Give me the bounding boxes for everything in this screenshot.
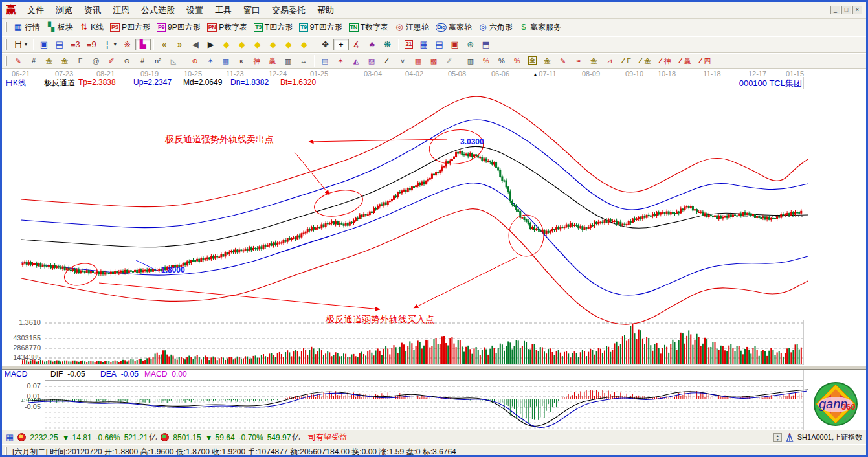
menu-item[interactable]: 资讯 — [78, 3, 107, 17]
menu-item[interactable]: 工具 — [209, 3, 238, 17]
menu-item[interactable]: 交易委托 — [266, 3, 311, 17]
candle-style-button[interactable]: ¦▾ — [100, 39, 120, 50]
notepad-button[interactable]: ▤ — [432, 39, 447, 50]
shenzhen-market-icon[interactable] — [161, 433, 169, 441]
pane-separator[interactable] — [2, 365, 866, 370]
ladder-button[interactable]: ▤ — [317, 55, 333, 67]
pattern-button[interactable]: ※ — [120, 39, 135, 50]
jump-end-button[interactable]: » — [172, 39, 188, 50]
jump-start-button[interactable]: « — [157, 39, 172, 50]
pen-k-button[interactable]: ✎ — [555, 55, 571, 67]
angle-four-button[interactable]: ∠四 — [695, 55, 715, 67]
news-ticker[interactable]: 司有望受益 — [308, 432, 347, 443]
menu-item[interactable]: 浏览 — [50, 3, 78, 17]
percent-line-button[interactable]: % — [478, 55, 494, 67]
period-day-button[interactable]: 日▾ — [10, 39, 30, 50]
quotes-grid-icon[interactable]: ▦ — [6, 432, 14, 442]
spiral-button[interactable]: @ — [88, 55, 104, 67]
kline-button[interactable]: ⇅K线 — [76, 21, 107, 34]
winner-service-button[interactable]: $赢家服务 — [516, 21, 564, 34]
p-square-button[interactable]: PSP四方形 — [107, 21, 153, 34]
j-angle-button[interactable]: ⊿ — [602, 55, 618, 67]
web-grid-button[interactable]: ▦ — [218, 55, 234, 67]
calendar-button[interactable]: 21 — [401, 39, 416, 50]
menu-item[interactable]: 公式选股 — [135, 3, 181, 17]
bars-3-button[interactable]: ≡3 — [67, 39, 83, 50]
red-grid-axis-button[interactable]: ▩ — [426, 55, 441, 67]
menu-item[interactable]: 帮助 — [311, 3, 340, 17]
gold-fence-2-button[interactable]: 金 — [57, 55, 72, 67]
angle-tool-button[interactable]: ∡ — [349, 39, 364, 50]
pattern-tool-button[interactable]: ❋ — [380, 39, 395, 50]
percent-level-button[interactable]: % — [509, 55, 525, 67]
menu-item[interactable]: 设置 — [181, 3, 209, 17]
shanghai-market-icon[interactable] — [17, 433, 26, 441]
diamond-all-button[interactable]: ◆ — [296, 39, 312, 50]
crosshair-button[interactable]: + — [333, 39, 349, 50]
world-clock-button[interactable]: ⊛ — [463, 39, 478, 50]
gold-level-button[interactable]: 金 — [540, 55, 555, 67]
grid-k-button[interactable]: ▨ — [364, 55, 379, 67]
step-back-button[interactable]: ◀ — [188, 39, 203, 50]
hexagon-button[interactable]: ◎六角形 — [475, 21, 516, 34]
angle-f-button[interactable]: ∠F — [618, 55, 635, 67]
feed-spinner[interactable]: ▲▼ — [773, 433, 782, 442]
menu-item[interactable]: 窗口 — [238, 3, 266, 17]
pen-button[interactable]: ✎ — [10, 55, 26, 67]
num-ladder-button[interactable]: ▥ — [463, 55, 478, 67]
angle-ying-button[interactable]: ∠赢 — [674, 55, 695, 67]
step-forward-button[interactable]: ▶ — [203, 39, 219, 50]
bars-9-button[interactable]: ≡9 — [83, 39, 100, 50]
ray-fan-button[interactable]: ✶ — [333, 55, 348, 67]
p9-square-button[interactable]: P99P四方形 — [153, 21, 204, 34]
n-square-button[interactable]: n² — [150, 55, 166, 67]
k-mark-button[interactable]: ĸ — [234, 55, 249, 67]
chart-window-button[interactable]: ▣ — [36, 39, 52, 50]
gold-level-2-button[interactable]: 金 — [586, 55, 602, 67]
fence-2-button[interactable]: # — [135, 55, 150, 67]
menu-item[interactable]: 文件 — [21, 3, 50, 17]
menu-item[interactable]: 江恩 — [107, 3, 135, 17]
restore-button[interactable]: □ — [841, 6, 851, 14]
angle-ruler-button[interactable]: ◺ — [166, 55, 181, 67]
target-circle-button[interactable]: ⊕ — [187, 55, 203, 67]
tri-web-button[interactable]: ◭ — [348, 55, 364, 67]
tree-tool-button[interactable]: ♣ — [364, 39, 380, 50]
volume-profile-button[interactable]: ▙ — [135, 39, 151, 50]
calculator-button[interactable]: ▦ — [416, 39, 432, 50]
gann-circle-button[interactable]: ⊙ — [119, 55, 135, 67]
t-square-button[interactable]: T3T四方形 — [250, 21, 296, 34]
chart-canvas[interactable] — [2, 69, 868, 430]
wave-line-button[interactable]: ≈ — [571, 55, 586, 67]
diamond-right-button[interactable]: ◆ — [234, 39, 250, 50]
save-button[interactable]: ▣ — [447, 39, 463, 50]
printer-button[interactable]: ⬒ — [478, 39, 494, 50]
ying-fence-button[interactable]: 赢 — [265, 55, 280, 67]
shen-fence-button[interactable]: 神 — [249, 55, 265, 67]
diamond-expand-button[interactable]: ◆ — [250, 39, 265, 50]
pan-hand-button[interactable]: ✥ — [318, 39, 333, 50]
close-button[interactable]: × — [852, 6, 862, 14]
quotes-button[interactable]: ▦行情 — [10, 21, 43, 34]
number-fence-button[interactable]: ▥ — [280, 55, 296, 67]
pen-fence-button[interactable]: ✐ — [104, 55, 119, 67]
f-fence-button[interactable]: F — [72, 55, 88, 67]
slant-lines-button[interactable]: ∕∕ — [441, 55, 457, 67]
sectors-button[interactable]: ▚板块 — [43, 21, 76, 34]
gold-fence-button[interactable]: 金 — [41, 55, 57, 67]
diamond-left-button[interactable]: ◆ — [219, 39, 234, 50]
red-grid-button[interactable]: ▦ — [410, 55, 426, 67]
diamond-compress-button[interactable]: ◆ — [265, 39, 281, 50]
minimize-button[interactable]: _ — [830, 6, 840, 14]
wave-v-button[interactable]: ∨ — [395, 55, 410, 67]
t9-square-button[interactable]: T99T四方形 — [296, 21, 346, 34]
p-number-button[interactable]: PNP数字表 — [204, 21, 251, 34]
angle-shen-button[interactable]: ∠神 — [654, 55, 674, 67]
angle-gold-button[interactable]: ∠金 — [634, 55, 654, 67]
t-number-button[interactable]: TNT数字表 — [346, 21, 392, 34]
info-view-button[interactable]: ▤ — [52, 39, 67, 50]
stock-label[interactable]: 000100 TCL集团 — [731, 78, 802, 89]
radial-web-button[interactable]: ✶ — [203, 55, 218, 67]
diamond-up-button[interactable]: ◆ — [281, 39, 296, 50]
gold-circle-button[interactable]: 金 — [525, 55, 540, 66]
